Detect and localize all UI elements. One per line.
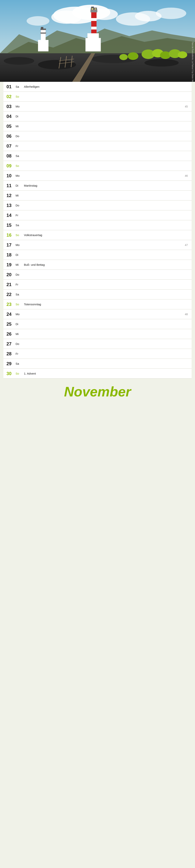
day-row-21: 21Fr bbox=[3, 280, 192, 289]
day-name-09: So bbox=[15, 164, 23, 167]
svg-rect-33 bbox=[91, 11, 97, 18]
day-row-30: 30So1. Advent bbox=[3, 369, 192, 378]
day-name-27: Do bbox=[15, 342, 23, 345]
day-row-19: 19MiBuß- und Bettag bbox=[3, 260, 192, 270]
day-name-17: Mo bbox=[15, 243, 23, 247]
day-number-26: 26 bbox=[6, 331, 15, 337]
day-event-11: Martinstag bbox=[23, 184, 189, 187]
svg-point-15 bbox=[144, 59, 178, 67]
day-event-30: 1. Advent bbox=[23, 372, 189, 375]
svg-rect-42 bbox=[41, 33, 45, 41]
svg-rect-30 bbox=[86, 38, 101, 51]
day-name-19: Mi bbox=[15, 263, 23, 266]
day-row-03: 03Mo45 bbox=[3, 101, 192, 112]
svg-point-20 bbox=[178, 51, 187, 58]
day-row-29: 29Sa bbox=[3, 359, 192, 369]
svg-rect-39 bbox=[92, 8, 93, 10]
day-event-01: Allerheiligen bbox=[23, 85, 189, 88]
day-event-16: Volkstrauertag bbox=[23, 234, 189, 237]
day-number-30: 30 bbox=[6, 371, 15, 376]
day-name-05: Mi bbox=[15, 125, 23, 128]
day-number-08: 08 bbox=[6, 153, 15, 159]
svg-text:Faro de Fuencaliente, La Palma: Faro de Fuencaliente, La Palma © by Diet… bbox=[192, 42, 194, 82]
svg-rect-40 bbox=[95, 8, 96, 10]
svg-point-7 bbox=[27, 16, 50, 26]
day-row-20: 20Do bbox=[3, 270, 192, 280]
day-name-01: Sa bbox=[15, 85, 23, 88]
day-number-19: 19 bbox=[6, 262, 15, 268]
day-number-15: 15 bbox=[6, 223, 15, 228]
day-number-11: 11 bbox=[6, 183, 15, 188]
day-row-24: 24Mo48 bbox=[3, 309, 192, 319]
day-name-11: Di bbox=[15, 184, 23, 187]
day-row-25: 25Di bbox=[3, 319, 192, 329]
day-row-23: 23SoTotensonntag bbox=[3, 300, 192, 309]
day-row-08: 08Sa bbox=[3, 151, 192, 161]
day-number-03: 03 bbox=[6, 104, 15, 109]
photo-section: Faro de Fuencaliente, La Palma © by Diet… bbox=[0, 0, 195, 82]
days-section: 01SaAllerheiligen02So03Mo4504Di05Mi06Do0… bbox=[3, 82, 192, 378]
day-number-23: 23 bbox=[6, 302, 15, 307]
svg-point-21 bbox=[128, 52, 138, 60]
week-number-47: 47 bbox=[185, 244, 189, 247]
day-name-30: So bbox=[15, 372, 23, 375]
day-number-04: 04 bbox=[6, 114, 15, 119]
day-name-15: Sa bbox=[15, 223, 23, 227]
day-number-18: 18 bbox=[6, 252, 15, 257]
day-row-12: 12Mi bbox=[3, 191, 192, 200]
month-label: November bbox=[0, 378, 195, 403]
day-number-28: 28 bbox=[6, 351, 15, 356]
day-name-23: So bbox=[15, 303, 23, 306]
svg-marker-38 bbox=[91, 7, 94, 8]
day-number-27: 27 bbox=[6, 341, 15, 347]
day-row-07: 07Fr bbox=[3, 141, 192, 151]
day-row-11: 11DiMartinstag bbox=[3, 181, 192, 191]
day-number-02: 02 bbox=[6, 94, 15, 99]
day-row-14: 14Fr bbox=[3, 210, 192, 220]
week-number-45: 45 bbox=[185, 105, 189, 108]
day-name-29: Sa bbox=[15, 362, 23, 365]
day-name-25: Di bbox=[15, 322, 23, 326]
svg-rect-41 bbox=[38, 40, 48, 51]
day-name-26: Mi bbox=[15, 332, 23, 336]
day-name-04: Di bbox=[15, 115, 23, 118]
day-number-09: 09 bbox=[6, 163, 15, 168]
day-name-06: Do bbox=[15, 134, 23, 138]
day-number-06: 06 bbox=[6, 133, 15, 139]
day-row-27: 27Do bbox=[3, 339, 192, 349]
day-name-10: Mo bbox=[15, 174, 23, 177]
day-name-02: So bbox=[15, 95, 23, 98]
day-name-20: Do bbox=[15, 273, 23, 276]
day-name-21: Fr bbox=[15, 283, 23, 286]
svg-point-22 bbox=[119, 54, 128, 60]
day-number-17: 17 bbox=[6, 242, 15, 248]
day-number-12: 12 bbox=[6, 193, 15, 198]
day-row-18: 18Di bbox=[3, 250, 192, 260]
day-row-05: 05Mi bbox=[3, 121, 192, 131]
day-number-05: 05 bbox=[6, 124, 15, 129]
day-name-18: Di bbox=[15, 253, 23, 256]
day-name-12: Mi bbox=[15, 194, 23, 197]
day-row-22: 22Sa bbox=[3, 289, 192, 300]
day-number-14: 14 bbox=[6, 213, 15, 218]
day-number-21: 21 bbox=[6, 282, 15, 287]
day-number-01: 01 bbox=[6, 84, 15, 89]
day-name-28: Fr bbox=[15, 352, 23, 355]
day-row-01: 01SaAllerheiligen bbox=[3, 82, 192, 92]
day-event-19: Buß- und Bettag bbox=[23, 263, 189, 266]
day-row-28: 28Fr bbox=[3, 349, 192, 359]
day-row-17: 17Mo47 bbox=[3, 240, 192, 250]
day-row-06: 06Do bbox=[3, 131, 192, 141]
day-row-04: 04Di bbox=[3, 112, 192, 121]
svg-rect-34 bbox=[91, 21, 97, 27]
day-number-20: 20 bbox=[6, 272, 15, 277]
day-name-16: So bbox=[15, 234, 23, 237]
svg-point-3 bbox=[51, 10, 82, 24]
calendar-container: Faro de Fuencaliente, La Palma © by Diet… bbox=[0, 0, 195, 403]
day-number-13: 13 bbox=[6, 203, 15, 208]
day-event-23: Totensonntag bbox=[23, 303, 189, 306]
week-number-46: 46 bbox=[185, 174, 189, 177]
day-number-07: 07 bbox=[6, 144, 15, 149]
day-number-16: 16 bbox=[6, 232, 15, 238]
day-name-13: Do bbox=[15, 204, 23, 207]
